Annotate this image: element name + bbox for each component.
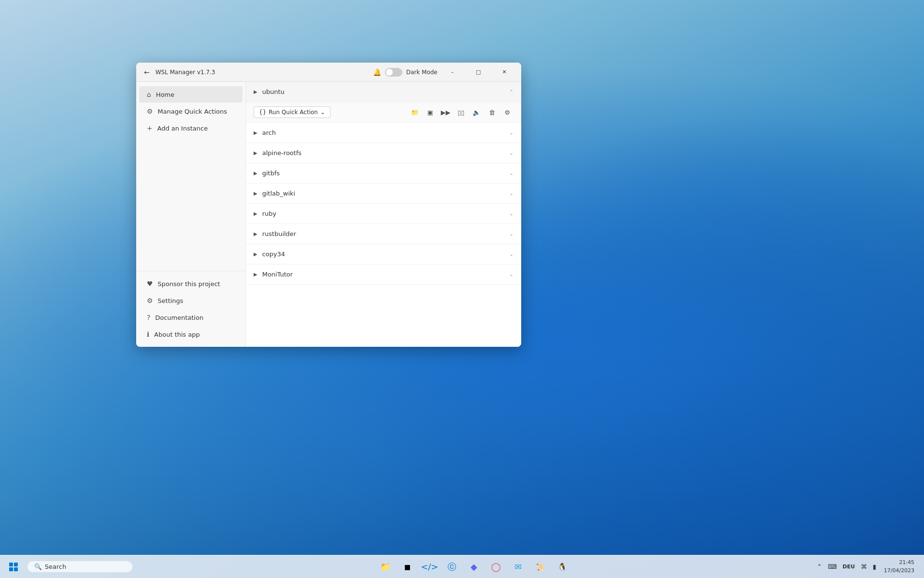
media-icon-btn[interactable]: ▶▶ bbox=[439, 106, 452, 118]
terminal-icon-btn[interactable]: ▣ bbox=[424, 106, 436, 118]
settings-icon: ⚙ bbox=[147, 297, 153, 304]
wifi-icon[interactable]: ⌘ bbox=[859, 562, 869, 572]
instance-name-gitlab-wiki: gitlab_wiki bbox=[262, 190, 510, 197]
delete-icon-btn[interactable]: 🗑 bbox=[486, 106, 498, 118]
instance-row-gitlab-wiki[interactable]: ▶ gitlab_wiki ⌄ bbox=[246, 184, 521, 204]
chevron-down-gitbfs: ⌄ bbox=[510, 171, 513, 176]
taskbar-app-edge[interactable]: ⓒ bbox=[442, 557, 462, 577]
run-quick-action-button[interactable]: {} Run Quick Action ⌄ bbox=[254, 106, 331, 118]
minimize-button[interactable]: – bbox=[441, 65, 463, 80]
taskbar-app-vscode[interactable]: </> bbox=[420, 557, 439, 577]
instance-row-ruby[interactable]: ▶ ruby ⌄ bbox=[246, 204, 521, 224]
instance-name-gitbfs: gitbfs bbox=[262, 170, 510, 177]
main-content: ⌂ Home ⚙ Manage Quick Actions + Add an I… bbox=[136, 82, 521, 347]
open-folder-icon-btn[interactable]: 📁 bbox=[409, 106, 421, 118]
ubuntu-actions-row: {} Run Quick Action ⌄ 📁 ▣ ▶▶ ▯▯ 🔈 🗑 ⚙ bbox=[246, 102, 521, 123]
taskbar-app-files[interactable]: 📜 bbox=[531, 557, 550, 577]
sidebar-item-sponsor[interactable]: ♥ Sponsor this project bbox=[139, 276, 243, 292]
taskbar-right: ⌃ ⌨ DEU ⌘ ▮ 21:45 17/04/2023 bbox=[815, 559, 918, 575]
settings-icon-btn[interactable]: ⚙ bbox=[501, 106, 513, 118]
win-logo-q1 bbox=[9, 563, 13, 566]
play-icon-gitlab-wiki: ▶ bbox=[254, 191, 257, 196]
braces-icon: {} bbox=[259, 109, 266, 116]
win-logo-q4 bbox=[14, 567, 18, 571]
play-icon-rustbuilder: ▶ bbox=[254, 231, 257, 236]
docs-icon: ? bbox=[147, 314, 150, 321]
chevron-down-copy34: ⌄ bbox=[510, 251, 513, 257]
instance-name-ubuntu: ubuntu bbox=[262, 88, 510, 95]
taskbar: 🔍 Search 📁 ■ </> ⓒ ◆ ◯ ✉ 📜 🐧 ⌃ ⌨ DEU ⌘ ▮… bbox=[0, 555, 924, 578]
sidebar-item-settings-label: Settings bbox=[158, 297, 183, 304]
plus-icon: + bbox=[147, 124, 153, 132]
close-button[interactable]: ✕ bbox=[493, 65, 515, 80]
instance-row-gitbfs[interactable]: ▶ gitbfs ⌄ bbox=[246, 163, 521, 184]
clock-date: 17/04/2023 bbox=[884, 567, 914, 575]
sidebar-item-add-instance[interactable]: + Add an Instance bbox=[139, 120, 243, 136]
sidebar-item-settings[interactable]: ⚙ Settings bbox=[139, 292, 243, 309]
taskbar-app-discord[interactable]: ◆ bbox=[464, 557, 484, 577]
play-icon-arch: ▶ bbox=[254, 130, 257, 135]
taskbar-app-terminal[interactable]: ■ bbox=[398, 557, 417, 577]
instances-content: ▶ ubuntu ⌃ {} Run Quick Action ⌄ 📁 ▣ ▶▶ … bbox=[246, 82, 521, 347]
app-title: WSL Manager v1.7.3 bbox=[155, 69, 369, 76]
title-bar: ← WSL Manager v1.7.3 🔔 Dark Mode – □ ✕ bbox=[136, 63, 521, 82]
chevron-up-ubuntu: ⌃ bbox=[510, 89, 513, 94]
instance-name-copy34: copy34 bbox=[262, 250, 510, 258]
sidebar-item-about-label: About this app bbox=[154, 331, 200, 338]
taskbar-app-edge2[interactable]: ◯ bbox=[487, 557, 506, 577]
chevron-down-rustbuilder: ⌄ bbox=[510, 231, 513, 236]
play-icon-alpine: ▶ bbox=[254, 150, 257, 156]
chevron-down-arch: ⌄ bbox=[510, 130, 513, 135]
taskbar-app-explorer[interactable]: 📁 bbox=[376, 557, 395, 577]
app-window: ← WSL Manager v1.7.3 🔔 Dark Mode – □ ✕ ⌂… bbox=[136, 63, 521, 347]
sidebar-item-about[interactable]: ℹ About this app bbox=[139, 326, 243, 342]
language-label: DEU bbox=[841, 562, 857, 571]
clock-time: 21:45 bbox=[884, 559, 914, 567]
dark-mode-label: Dark Mode bbox=[406, 69, 437, 76]
bell-icon: 🔔 bbox=[373, 68, 381, 76]
search-label: Search bbox=[45, 563, 66, 570]
instance-row-copy34[interactable]: ▶ copy34 ⌄ bbox=[246, 244, 521, 264]
sidebar-item-manage-quick-actions[interactable]: ⚙ Manage Quick Actions bbox=[139, 103, 243, 119]
copy-icon-btn[interactable]: ▯▯ bbox=[455, 106, 467, 118]
play-icon-gitbfs: ▶ bbox=[254, 171, 257, 176]
instance-name-alpine: alpine-rootfs bbox=[262, 149, 510, 157]
instance-row-moniturtor[interactable]: ▶ MoniTutor ⌄ bbox=[246, 264, 521, 285]
sidebar-item-documentation[interactable]: ? Documentation bbox=[139, 309, 243, 326]
sidebar: ⌂ Home ⚙ Manage Quick Actions + Add an I… bbox=[136, 82, 246, 347]
win-logo-q3 bbox=[9, 567, 13, 571]
instance-row-arch[interactable]: ▶ arch ⌄ bbox=[246, 123, 521, 143]
toggle-knob bbox=[386, 69, 393, 76]
win-logo-q2 bbox=[14, 563, 18, 566]
sidebar-item-home[interactable]: ⌂ Home bbox=[139, 86, 243, 103]
back-button[interactable]: ← bbox=[142, 67, 152, 77]
home-icon: ⌂ bbox=[147, 91, 151, 98]
sidebar-bottom: ♥ Sponsor this project ⚙ Settings ? Docu… bbox=[136, 271, 245, 343]
taskbar-app-telegram[interactable]: ✉ bbox=[509, 557, 528, 577]
instance-row-ubuntu[interactable]: ▶ ubuntu ⌃ bbox=[246, 82, 521, 102]
tray-icons: ⌃ ⌨ DEU ⌘ ▮ bbox=[815, 562, 878, 572]
title-bar-controls: 🔔 Dark Mode – □ ✕ bbox=[373, 65, 515, 80]
clock-display[interactable]: 21:45 17/04/2023 bbox=[880, 559, 918, 575]
keyboard-icon[interactable]: ⌨ bbox=[826, 562, 839, 572]
sidebar-item-sponsor-label: Sponsor this project bbox=[158, 280, 220, 288]
instance-name-moniturtor: MoniTutor bbox=[262, 271, 510, 278]
windows-logo bbox=[9, 563, 18, 571]
chevron-down-gitlab-wiki: ⌄ bbox=[510, 191, 513, 196]
taskbar-app-linux[interactable]: 🐧 bbox=[553, 557, 572, 577]
chevron-down-ruby: ⌄ bbox=[510, 211, 513, 216]
instance-row-rustbuilder[interactable]: ▶ rustbuilder ⌄ bbox=[246, 224, 521, 244]
sound-icon-btn[interactable]: 🔈 bbox=[470, 106, 483, 118]
play-icon-copy34: ▶ bbox=[254, 251, 257, 257]
taskbar-search[interactable]: 🔍 Search bbox=[27, 561, 133, 573]
sidebar-item-docs-label: Documentation bbox=[155, 314, 203, 321]
info-icon: ℹ bbox=[147, 330, 149, 338]
battery-icon[interactable]: ▮ bbox=[871, 562, 878, 572]
play-icon-ruby: ▶ bbox=[254, 211, 257, 216]
maximize-button[interactable]: □ bbox=[467, 65, 489, 80]
gear-icon: ⚙ bbox=[147, 107, 153, 115]
instance-row-alpine[interactable]: ▶ alpine-rootfs ⌄ bbox=[246, 143, 521, 163]
chevron-icon[interactable]: ⌃ bbox=[815, 562, 824, 572]
dark-mode-toggle[interactable] bbox=[385, 68, 402, 77]
start-button[interactable] bbox=[4, 557, 23, 577]
